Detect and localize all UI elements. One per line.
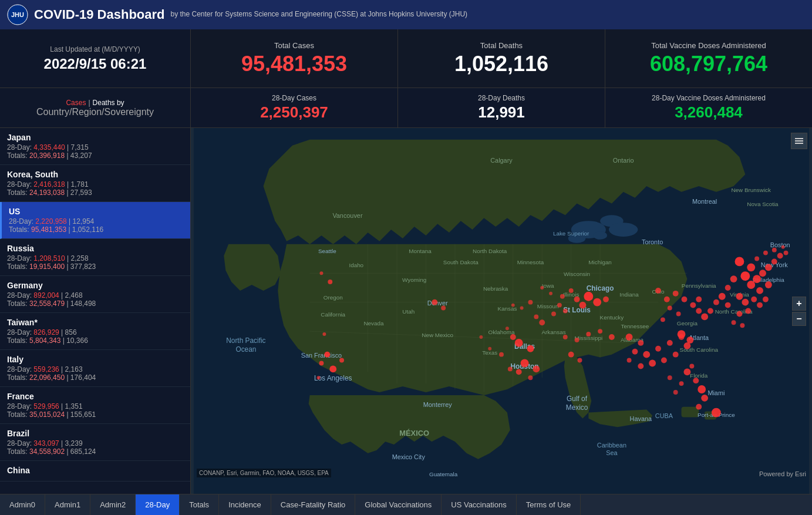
country-28day: 28-Day: 2,416,318 | 1,781 xyxy=(7,180,183,189)
svg-point-138 xyxy=(563,335,568,339)
svg-point-147 xyxy=(679,381,684,386)
svg-text:Georgia: Georgia xyxy=(677,320,698,326)
svg-text:Seattle: Seattle xyxy=(318,248,336,254)
country-name: Korea, South xyxy=(7,170,183,179)
total-deaths-cell: Total Deaths 1,052,116 xyxy=(398,29,605,87)
sidebar[interactable]: Japan 28-Day: 4,335,440 | 7,315 Totals: … xyxy=(0,128,191,494)
zoom-in-button[interactable]: + xyxy=(792,297,806,311)
svg-point-189 xyxy=(549,292,552,295)
svg-text:Arkansas: Arkansas xyxy=(541,329,565,335)
svg-text:Montana: Montana xyxy=(409,248,432,254)
svg-point-118 xyxy=(551,311,556,316)
map-area[interactable]: Calgary Vancouver Seattle Montana North … xyxy=(191,128,812,494)
country-totals: Totals: 35,015,024 | 155,651 xyxy=(7,410,183,419)
tab-admin1[interactable]: Admin1 xyxy=(45,494,90,515)
country-name: US xyxy=(9,207,183,216)
country-totals: Totals: 34,558,902 | 685,124 xyxy=(7,447,183,456)
svg-point-201 xyxy=(754,257,759,261)
day28-deaths-label: 28-Day Deaths xyxy=(478,94,525,102)
svg-point-107 xyxy=(499,352,504,357)
country-totals: Totals: 20,396,918 | 43,207 xyxy=(7,152,183,160)
svg-point-129 xyxy=(673,352,679,358)
country-name: Germany xyxy=(7,281,183,290)
svg-text:New Brunswick: New Brunswick xyxy=(731,187,771,193)
svg-text:Denver: Denver xyxy=(427,299,448,307)
svg-point-132 xyxy=(638,363,643,369)
tab-admin0[interactable]: Admin0 xyxy=(0,494,45,515)
svg-point-190 xyxy=(540,286,544,290)
total-vaccines-cell: Total Vaccine Doses Administered 608,797… xyxy=(605,29,812,87)
zoom-out-button[interactable]: − xyxy=(792,312,806,326)
sidebar-country-item[interactable]: Taiwan* 28-Day: 826,929 | 856 Totals: 5,… xyxy=(0,313,190,350)
svg-point-175 xyxy=(763,297,769,302)
svg-point-198 xyxy=(781,245,785,249)
svg-point-186 xyxy=(661,317,665,322)
tab-case-fatality-ratio[interactable]: Case-Fatality Ratio xyxy=(271,494,356,515)
svg-point-130 xyxy=(661,358,667,363)
svg-text:Nevada: Nevada xyxy=(363,320,384,326)
day28-deaths-cell: 28-Day Deaths 12,991 xyxy=(398,88,605,127)
map-menu-button[interactable] xyxy=(791,133,807,149)
svg-text:Wyoming: Wyoming xyxy=(402,277,426,283)
svg-point-152 xyxy=(740,271,750,281)
country-name: Brazil xyxy=(7,429,183,438)
tab-incidence[interactable]: Incidence xyxy=(219,494,271,515)
svg-point-174 xyxy=(757,302,763,308)
svg-text:Mexico: Mexico xyxy=(566,403,588,412)
sidebar-country-item[interactable]: France 28-Day: 529,956 | 1,351 Totals: 3… xyxy=(0,387,190,424)
svg-point-7 xyxy=(609,223,638,237)
svg-rect-8 xyxy=(682,407,699,418)
day28-vaccines-value: 3,260,484 xyxy=(675,103,743,122)
svg-point-94 xyxy=(322,332,326,336)
sidebar-country-item[interactable]: Germany 28-Day: 892,004 | 2,468 Totals: … xyxy=(0,276,190,313)
svg-point-97 xyxy=(432,299,437,305)
sidebar-country-item[interactable]: China xyxy=(0,461,190,482)
svg-point-162 xyxy=(725,285,731,291)
svg-point-188 xyxy=(560,294,565,299)
svg-point-156 xyxy=(771,259,777,265)
country-28day: 28-Day: 826,929 | 856 xyxy=(7,328,183,336)
tab-us-vaccinations[interactable]: US Vaccinations xyxy=(442,494,516,515)
total-deaths-label: Total Deaths xyxy=(480,41,523,50)
svg-text:Ontario: Ontario xyxy=(613,157,634,164)
svg-point-153 xyxy=(753,275,761,283)
filter-cases[interactable]: Cases xyxy=(66,99,86,107)
svg-point-187 xyxy=(569,288,574,293)
svg-point-134 xyxy=(609,334,615,340)
svg-point-92 xyxy=(317,376,321,379)
tab-terms-of-use[interactable]: Terms of Use xyxy=(517,494,581,515)
svg-point-177 xyxy=(737,311,743,317)
svg-point-184 xyxy=(668,306,672,311)
filter-cell: Cases | Deaths by Country/Region/Soverei… xyxy=(0,88,191,127)
stats-row-1: Last Updated at (M/D/YYYY) 2022/9/15 06:… xyxy=(0,29,812,88)
day28-cases-cell: 28-Day Cases 2,250,397 xyxy=(191,88,398,127)
svg-point-102 xyxy=(521,359,529,368)
svg-text:Tennessee: Tennessee xyxy=(621,323,649,329)
country-name: Russia xyxy=(7,244,183,253)
total-vaccines-value: 608,797,764 xyxy=(650,52,767,76)
sidebar-country-item[interactable]: Russia 28-Day: 1,208,510 | 2,258 Totals:… xyxy=(0,239,190,276)
svg-point-197 xyxy=(784,251,789,255)
svg-text:San Francisco: San Francisco xyxy=(301,352,342,359)
total-cases-cell: Total Cases 95,481,353 xyxy=(191,29,398,87)
country-totals: Totals: 24,193,038 | 27,593 xyxy=(7,189,183,197)
tab-admin2[interactable]: Admin2 xyxy=(90,494,136,515)
svg-point-199 xyxy=(772,248,777,253)
svg-point-193 xyxy=(511,304,515,307)
filter-deaths: Deaths by xyxy=(93,99,124,107)
sidebar-country-item[interactable]: US 28-Day: 2,220,958 | 12,954 Totals: 95… xyxy=(0,202,190,239)
sidebar-country-item[interactable]: Brazil 28-Day: 343,097 | 3,239 Totals: 3… xyxy=(0,424,190,461)
tab-totals[interactable]: Totals xyxy=(180,494,219,515)
tab-global-vaccinations[interactable]: Global Vaccinations xyxy=(355,494,442,515)
country-28day: 28-Day: 343,097 | 3,239 xyxy=(7,439,183,447)
tab-28-day[interactable]: 28-Day xyxy=(136,494,180,515)
svg-point-116 xyxy=(563,309,568,314)
svg-point-91 xyxy=(329,365,336,372)
sidebar-country-item[interactable]: Italy 28-Day: 559,236 | 2,163 Totals: 22… xyxy=(0,350,190,387)
svg-point-140 xyxy=(686,336,693,344)
sidebar-country-item[interactable]: Japan 28-Day: 4,335,440 | 7,315 Totals: … xyxy=(0,128,190,165)
sidebar-country-item[interactable]: Korea, South 28-Day: 2,416,318 | 1,781 T… xyxy=(0,165,190,202)
svg-text:CUBA: CUBA xyxy=(655,412,673,419)
country-28day: 28-Day: 529,956 | 1,351 xyxy=(7,402,183,410)
svg-point-112 xyxy=(593,298,601,307)
